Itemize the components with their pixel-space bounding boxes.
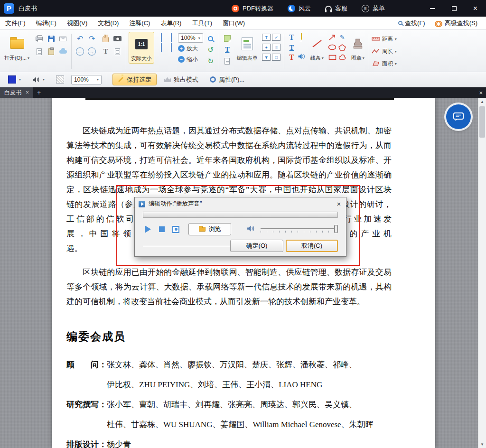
vertical-scrollbar[interactable]: ▲ ▼ [478, 98, 486, 448]
next-view-button[interactable]: → [86, 46, 98, 57]
sticky-note-button[interactable] [301, 33, 302, 42]
browse-button[interactable]: 浏览 [188, 223, 231, 235]
advanced-find-button[interactable]: 高级查找(S) [431, 18, 481, 29]
stop-button[interactable] [159, 226, 165, 232]
text-color-button[interactable]: T [289, 53, 294, 62]
distance-tool-button[interactable]: 距离 ▾ [372, 33, 397, 45]
rotate-right-button[interactable]: ↻ [205, 56, 216, 67]
edit-form-button[interactable]: 编辑表单 [235, 32, 260, 63]
stamp-tool-button[interactable]: 图章▾ [349, 32, 366, 63]
print-button[interactable] [34, 33, 45, 45]
maximize-button[interactable] [443, 0, 465, 17]
add-text-button[interactable]: T [289, 33, 294, 42]
textbox-tool-button[interactable] [222, 56, 233, 67]
pdf-converter-button[interactable]: PDF转换器 [232, 4, 273, 13]
menu-comment[interactable]: 注释(C) [124, 17, 155, 30]
tab-whitepaper[interactable]: 白皮书 × [0, 87, 33, 98]
record-button[interactable] [172, 226, 179, 233]
typewriter-tool-button[interactable] [222, 33, 233, 44]
find-button[interactable]: 查找(F) [394, 18, 429, 29]
properties-button[interactable]: 属性(P)... [206, 74, 249, 85]
fengyun-button[interactable]: 风云 [288, 4, 311, 13]
speaker-icon [298, 53, 306, 60]
perimeter-tool-button[interactable]: 周长 ▾ [372, 45, 397, 57]
radio-field-button[interactable]: ● [262, 44, 271, 51]
select-annotation-button[interactable] [112, 46, 123, 57]
paste-button[interactable] [46, 46, 57, 57]
checkbox-field-button[interactable]: ✓ [272, 34, 280, 41]
new-tab-button[interactable]: + [33, 87, 45, 98]
pushbutton-field-button[interactable]: □ [272, 54, 280, 61]
sound-annotation-button[interactable] [298, 53, 306, 62]
snapshot-button[interactable] [112, 33, 123, 45]
ok-button[interactable]: 确定(O) [230, 240, 283, 252]
reflow-button[interactable] [171, 43, 172, 52]
keep-selected-toggle[interactable]: 保持选定 [112, 74, 157, 85]
cloud-upload-button[interactable] [57, 46, 69, 57]
exclusive-mode-toggle[interactable]: 独占模式 [159, 74, 203, 85]
playback-progress-bar[interactable] [143, 212, 338, 218]
fit-page-button[interactable] [161, 33, 162, 42]
scroll-up-button[interactable]: ▲ [478, 98, 486, 105]
previous-view-button[interactable]: ← [75, 46, 86, 57]
save-button[interactable] [46, 33, 57, 45]
redo-button[interactable]: ↷ [86, 33, 98, 45]
menu-edit[interactable]: 编辑(E) [31, 17, 62, 30]
close-button[interactable]: × [465, 0, 486, 17]
cloud-tool-button[interactable] [337, 53, 347, 62]
fit-visible-button[interactable] [161, 43, 162, 52]
menu-form[interactable]: 表单(R) [155, 17, 187, 30]
rectangle-tool-button[interactable] [327, 53, 337, 62]
rotate-left-button[interactable]: ↺ [205, 44, 216, 56]
oval-tool-button[interactable] [327, 43, 337, 52]
menu-view[interactable]: 视图(V) [62, 17, 93, 30]
export-button[interactable] [34, 46, 45, 57]
cancel-button[interactable]: 取消(C) [286, 240, 338, 252]
zoom-level-select[interactable]: 100% ▾ [178, 33, 203, 43]
color-swatch-button[interactable]: ▾ [4, 74, 25, 85]
callout-tool-button[interactable]: T [222, 44, 233, 56]
arrow-tool-button[interactable] [327, 33, 337, 42]
chevron-down-icon: ▾ [97, 77, 99, 82]
text-underline-button[interactable]: T [290, 43, 294, 52]
feedback-widget[interactable] [446, 104, 471, 129]
volume-slider[interactable] [261, 224, 338, 234]
close-document-button[interactable]: × [479, 89, 483, 96]
dialog-close-button[interactable]: × [332, 197, 346, 210]
menu-document[interactable]: 文档(D) [93, 17, 124, 30]
tab-close-icon[interactable]: × [26, 90, 29, 95]
sound-tool-dropdown[interactable]: ▾ [28, 74, 49, 85]
polygon-tool-button[interactable] [337, 43, 347, 52]
customer-service-button[interactable]: 客服 [325, 4, 347, 13]
opacity-pattern-button[interactable] [52, 74, 68, 85]
opacity-select[interactable]: 100% ▾ [71, 75, 102, 84]
menu-tools[interactable]: 工具(T) [187, 17, 217, 30]
marquee-zoom-button[interactable] [205, 33, 216, 44]
area-tool-button[interactable]: 面积 ▾ [372, 57, 397, 70]
menu-file[interactable]: 文件(F) [0, 17, 31, 30]
menu-button[interactable]: ≡ 菜单 [362, 4, 385, 13]
minimize-button[interactable] [422, 0, 443, 17]
actual-size-button[interactable]: 1:1 实际大小 [129, 32, 154, 64]
line-tool-label: 线条 [310, 55, 321, 62]
open-file-button[interactable]: 打开(O)...▾ [2, 32, 31, 63]
select-text-button[interactable]: T [100, 46, 112, 57]
scroll-down-button[interactable]: ▼ [478, 440, 486, 448]
text-field-button[interactable]: T [262, 34, 271, 41]
zoom-out-button[interactable]: − 缩小 [178, 54, 203, 65]
scrollbar-thumb[interactable] [479, 106, 485, 138]
zoom-in-button[interactable]: + 放大 [178, 43, 203, 54]
combobox-field-button[interactable]: ▼ [262, 54, 271, 61]
dialog-titlebar[interactable]: 编辑动作:"播放声音" × [135, 197, 346, 210]
fit-width-button[interactable] [171, 33, 172, 42]
undo-button[interactable]: ↶ [75, 33, 86, 45]
pencil-tool-button[interactable]: ✎ [337, 33, 347, 42]
play-button[interactable] [145, 225, 151, 233]
email-button[interactable] [57, 33, 69, 45]
menu-window[interactable]: 窗口(W) [217, 17, 250, 30]
volume-slider-thumb[interactable] [334, 225, 338, 233]
hand-tool-button[interactable] [100, 33, 112, 45]
toolbar-separator [369, 34, 369, 69]
listbox-field-button[interactable]: ≡ [272, 44, 280, 51]
line-tool-button[interactable]: 线条▾ [308, 32, 326, 63]
